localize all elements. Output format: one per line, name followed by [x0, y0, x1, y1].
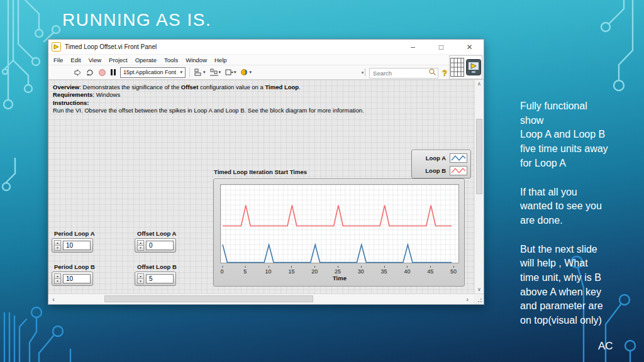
chart-title: Timed Loop Iteration Start Times — [214, 168, 307, 175]
note-line: Loop A and Loop B — [520, 128, 643, 142]
scroll-left-icon[interactable]: ‹ — [48, 294, 58, 304]
menu-item-file[interactable]: File — [50, 57, 67, 63]
chevron-down-icon: ▾ — [219, 70, 221, 75]
close-button[interactable]: ✕ — [455, 40, 484, 54]
menu-item-help[interactable]: Help — [211, 57, 231, 63]
run-button[interactable] — [74, 69, 82, 77]
info-line: Overview: Demonstrates the significance … — [53, 84, 364, 91]
horizontal-scrollbar[interactable]: ‹ › — [48, 293, 484, 304]
legend-line-icon — [452, 168, 465, 173]
period-loop-b-value[interactable]: 10 — [63, 274, 91, 283]
spinner-up-icon[interactable]: ▴ — [138, 274, 143, 278]
x-tick-label: 40 — [404, 268, 410, 275]
note-line: are done. — [520, 214, 643, 228]
maximize-button[interactable]: □ — [427, 40, 455, 54]
legend-swatch — [450, 166, 467, 175]
offset-loop-a-label: Offset Loop A — [137, 230, 176, 237]
spinner-down-icon[interactable]: ▾ — [138, 278, 143, 283]
info-line: Run the VI. Observe the offset between t… — [53, 107, 364, 114]
legend-label: Loop A — [426, 155, 446, 162]
font-selector[interactable]: 15pt Application Font ▾ — [120, 67, 186, 78]
labview-panel-icon[interactable] — [466, 59, 481, 75]
scroll-right-icon[interactable]: › — [462, 294, 472, 304]
x-tick-label: 5 — [243, 268, 247, 275]
slide-title: RUNNING AS IS. — [62, 10, 211, 30]
spinner-up-icon[interactable]: ▴ — [138, 241, 143, 245]
x-tick-label: 45 — [427, 268, 433, 275]
author-initials: AC — [598, 340, 613, 353]
note-line: wanted to see you — [520, 199, 643, 214]
panel-info-text: Overview: Demonstrates the significance … — [53, 84, 364, 115]
legend-item-loop-b[interactable]: Loop B — [415, 164, 467, 177]
vertical-scroll-thumb[interactable] — [476, 119, 482, 194]
scroll-down-icon[interactable]: ∨ — [475, 287, 484, 292]
abort-button[interactable] — [98, 69, 106, 77]
spinner-buttons[interactable]: ▴ ▾ — [137, 240, 144, 251]
offset-loop-b-value[interactable]: 5 — [146, 274, 174, 283]
menu-item-view[interactable]: View — [85, 57, 105, 63]
waveform-chart: 05101520253035404550 Time — [213, 178, 465, 287]
reorder-objects-button[interactable]: ▾ — [240, 68, 252, 77]
menu-item-operate[interactable]: Operate — [131, 57, 160, 63]
pause-button[interactable] — [110, 69, 116, 76]
chevron-down-icon: ▾ — [234, 70, 236, 75]
spinner-buttons[interactable]: ▴ ▾ — [137, 273, 144, 284]
side-note-paragraph-3: But the next slide will help , What time… — [520, 243, 643, 328]
alignment-grid-icon[interactable] — [450, 58, 464, 77]
align-objects-button[interactable]: ▾ — [194, 68, 206, 77]
help-button[interactable]: ? — [442, 68, 447, 77]
spinner-down-icon[interactable]: ▾ — [55, 278, 60, 283]
minimize-button[interactable]: – — [399, 40, 427, 54]
offset-loop-a-value[interactable]: 0 — [146, 241, 174, 250]
x-axis-label: Time — [220, 275, 459, 282]
legend-swatch — [450, 153, 467, 163]
menu-item-tools[interactable]: Tools — [160, 57, 182, 63]
note-line: show — [520, 114, 643, 128]
window-corner-panel — [449, 55, 482, 79]
resize-grip[interactable] — [473, 294, 484, 304]
legend-label: Loop B — [425, 167, 446, 174]
distribute-objects-button[interactable]: ▾ — [209, 68, 221, 77]
toolbar-grip[interactable] — [362, 69, 365, 76]
spinner-buttons[interactable]: ▴ ▾ — [54, 240, 61, 251]
spinner-down-icon[interactable]: ▾ — [55, 245, 60, 250]
window-titlebar[interactable]: Timed Loop Offset.vi Front Panel – □ ✕ — [48, 40, 484, 55]
search-box — [369, 67, 438, 79]
menu-item-project[interactable]: Project — [105, 57, 131, 63]
period-loop-a-value[interactable]: 10 — [63, 241, 91, 250]
menu-item-edit[interactable]: Edit — [67, 57, 84, 63]
spinner-down-icon[interactable]: ▾ — [138, 245, 143, 250]
labview-window: Timed Loop Offset.vi Front Panel – □ ✕ F… — [48, 39, 484, 305]
spinner-up-icon[interactable]: ▴ — [55, 274, 60, 278]
period-loop-b-control: ▴ ▾ 10 — [52, 272, 93, 286]
resize-objects-button[interactable]: ▾ — [225, 68, 236, 77]
note-line: and parameter are — [520, 299, 643, 314]
period-loop-a-control: ▴ ▾ 10 — [52, 238, 93, 253]
spinner-up-icon[interactable]: ▴ — [55, 241, 60, 245]
x-tick-label: 0 — [220, 268, 223, 275]
labview-app-icon — [52, 42, 61, 52]
legend-item-loop-a[interactable]: Loop A — [415, 151, 467, 164]
note-line: will help , What — [520, 256, 643, 271]
slide: RUNNING AS IS. Fully functional show Loo… — [0, 0, 644, 362]
chevron-down-icon: ▾ — [203, 70, 206, 75]
side-notes: Fully functional show Loop A and Loop B … — [520, 99, 643, 343]
note-line: Fully functional — [520, 99, 643, 114]
x-tick-label: 20 — [311, 268, 318, 275]
offset-loop-b-label: Offset Loop B — [137, 263, 177, 270]
x-tick-label: 25 — [335, 268, 341, 275]
horizontal-scroll-thumb[interactable] — [104, 295, 313, 302]
period-loop-a-label: Period Loop A — [54, 230, 95, 237]
chevron-down-icon: ▾ — [250, 70, 252, 75]
font-selector-value: 15pt Application Font — [123, 69, 176, 75]
menu-item-window[interactable]: Window — [182, 57, 211, 63]
chevron-down-icon: ▾ — [180, 70, 182, 75]
vertical-scrollbar[interactable]: ∧ ∨ — [474, 80, 484, 293]
run-continuous-button[interactable] — [86, 69, 94, 77]
period-loop-b-label: Period Loop B — [54, 263, 95, 270]
scroll-up-icon[interactable]: ∧ — [475, 81, 484, 87]
note-line: five time units away — [520, 142, 643, 156]
spinner-buttons[interactable]: ▴ ▾ — [54, 273, 61, 284]
search-icon — [428, 68, 436, 76]
note-line: time unit, why is B — [520, 271, 643, 285]
